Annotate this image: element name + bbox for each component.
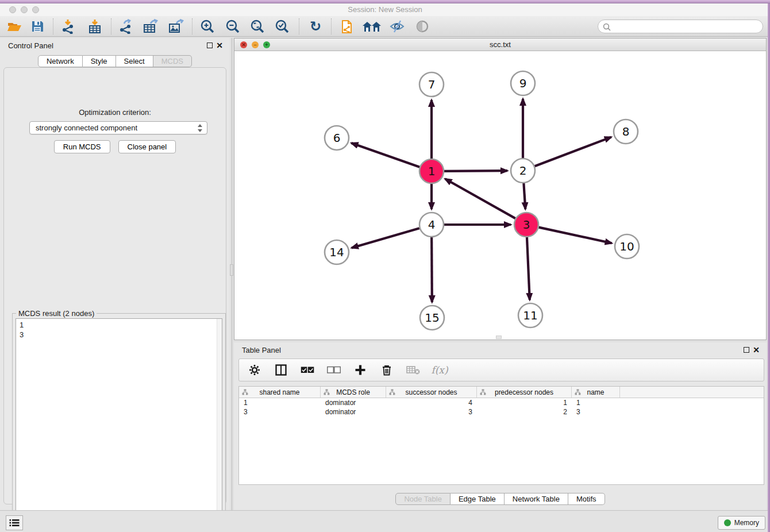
table-panel: Table Panel ✕ xyxy=(234,342,767,510)
run-mcds-button[interactable]: Run MCDS xyxy=(54,140,110,153)
control-panel-tabs: NetworkStyleSelectMCDS xyxy=(0,55,230,67)
refresh-icon: ↻ xyxy=(310,18,321,34)
tab-network[interactable]: Network xyxy=(38,55,83,67)
close-panel-icon[interactable]: ✕ xyxy=(216,40,223,51)
save-session-button[interactable] xyxy=(28,18,47,35)
search-input[interactable] xyxy=(613,21,757,32)
refresh-view-button[interactable]: ↻ xyxy=(306,18,325,35)
tab-style[interactable]: Style xyxy=(83,55,116,67)
table-cell[interactable]: 3 xyxy=(239,407,321,417)
open-session-button[interactable] xyxy=(5,18,24,35)
export-network-button[interactable] xyxy=(116,18,136,35)
show-graphics-details-button[interactable] xyxy=(413,18,432,35)
table-row[interactable]: 3dominator323 xyxy=(239,407,764,417)
tab-node-table[interactable]: Node Table xyxy=(395,493,451,505)
list-icon xyxy=(9,519,20,527)
graph-edge-1-6[interactable] xyxy=(351,143,419,167)
hide-graphics-details-button[interactable] xyxy=(387,18,407,35)
tab-mcds[interactable]: MCDS xyxy=(153,55,192,67)
table-cell[interactable]: 2 xyxy=(477,407,572,417)
tab-select[interactable]: Select xyxy=(116,55,153,67)
eye-slash-icon xyxy=(389,20,405,33)
export-table-button[interactable] xyxy=(141,18,160,35)
graph-edge-4-14[interactable] xyxy=(352,228,419,248)
result-line: 1 xyxy=(20,320,218,330)
toolbar-separator xyxy=(192,18,192,34)
unchecked-boxes-icon xyxy=(327,366,341,374)
network-window-title: scc.txt xyxy=(234,40,766,49)
table-cell[interactable]: 1 xyxy=(572,398,620,407)
table-cell[interactable]: dominator xyxy=(321,407,386,417)
table-cell[interactable]: 1 xyxy=(239,398,321,407)
zoom-selected-button[interactable] xyxy=(272,18,292,35)
close-panel-button[interactable]: Close panel xyxy=(118,140,176,153)
column-header-name[interactable]: name xyxy=(572,387,620,398)
home-pages-button[interactable] xyxy=(362,18,382,35)
mcds-result-title: MCDS result (2 nodes) xyxy=(16,309,97,318)
graph-edge-2-8[interactable] xyxy=(535,137,611,167)
tab-edge-table[interactable]: Edge Table xyxy=(451,493,505,505)
window-title: Session: New Session xyxy=(0,5,770,14)
graph-edge-3-11[interactable] xyxy=(527,237,530,300)
graph-edge-1-2[interactable] xyxy=(444,171,507,171)
result-scrollbar[interactable] xyxy=(217,319,222,527)
criterion-value: strongly connected component xyxy=(36,124,137,132)
memory-button[interactable]: Memory xyxy=(718,516,765,530)
mcds-result-values[interactable]: 13 xyxy=(16,318,222,527)
column-header-shared-name[interactable]: shared name xyxy=(239,387,321,398)
search-field[interactable] xyxy=(598,20,763,33)
window-titlebar: Session: New Session xyxy=(0,3,770,16)
add-row-button[interactable] xyxy=(353,363,368,377)
import-network-button[interactable] xyxy=(59,18,78,35)
export-image-button[interactable] xyxy=(166,18,186,35)
apply-function-button[interactable]: f(x) xyxy=(432,363,447,377)
table-settings-button[interactable] xyxy=(247,363,262,377)
table-cell[interactable]: 3 xyxy=(386,407,477,417)
delete-table-icon xyxy=(406,365,420,375)
tab-network-table[interactable]: Network Table xyxy=(505,493,568,505)
table-cell[interactable]: dominator xyxy=(321,398,386,407)
eye-icon xyxy=(415,20,430,33)
import-table-button[interactable] xyxy=(85,18,105,35)
table-cell[interactable]: 1 xyxy=(477,398,572,407)
open-folder-icon xyxy=(7,20,22,33)
network-window-titlebar: ✕ – + scc.txt xyxy=(234,38,766,51)
result-line: 3 xyxy=(20,330,218,340)
criterion-dropdown[interactable]: strongly connected component xyxy=(29,121,207,134)
import-table-icon xyxy=(87,19,102,34)
table-cell[interactable]: 4 xyxy=(386,398,477,407)
desktop-accent-top xyxy=(0,0,770,3)
zoom-out-button[interactable] xyxy=(223,18,242,35)
table-row[interactable]: 1dominator411 xyxy=(239,398,764,407)
column-header-MCDS-role[interactable]: MCDS role xyxy=(321,387,386,398)
delete-table-button[interactable] xyxy=(406,363,421,377)
toggle-column-panel-button[interactable] xyxy=(274,363,288,377)
graph-edge-2-3[interactable] xyxy=(523,183,525,209)
export-table-icon xyxy=(143,19,159,34)
zoom-fit-icon xyxy=(250,19,265,34)
checked-boxes-icon xyxy=(301,366,314,374)
show-panels-button[interactable] xyxy=(6,515,23,530)
zoom-in-button[interactable] xyxy=(198,18,217,35)
panel-splitter-handle[interactable] xyxy=(230,264,233,276)
tab-motifs[interactable]: Motifs xyxy=(568,493,605,505)
table-cell[interactable]: 3 xyxy=(572,407,620,417)
zoom-in-icon xyxy=(200,19,215,34)
close-table-panel-icon[interactable]: ✕ xyxy=(753,345,760,355)
column-header-successor-nodes[interactable]: successor nodes xyxy=(386,387,477,398)
float-table-panel-icon[interactable] xyxy=(744,347,749,353)
deselect-all-rows-button[interactable] xyxy=(326,363,341,377)
float-panel-icon[interactable] xyxy=(207,43,213,48)
network-splitter-handle[interactable] xyxy=(496,336,502,339)
column-type-icon xyxy=(242,389,248,395)
graph-edge-3-10[interactable] xyxy=(538,228,611,244)
column-header-predecessor-nodes[interactable]: predecessor nodes xyxy=(477,387,572,398)
node-table: shared nameMCDS rolesuccessor nodesprede… xyxy=(238,386,764,485)
graph-edge-4-15[interactable] xyxy=(432,237,432,302)
graph-edge-3-1[interactable] xyxy=(445,179,515,218)
delete-rows-button[interactable] xyxy=(379,363,394,377)
zoom-fit-button[interactable] xyxy=(248,18,267,35)
network-canvas[interactable]: 7968124314101511 xyxy=(234,51,766,340)
new-network-from-selection-button[interactable] xyxy=(337,18,356,35)
select-all-rows-button[interactable] xyxy=(300,363,315,377)
